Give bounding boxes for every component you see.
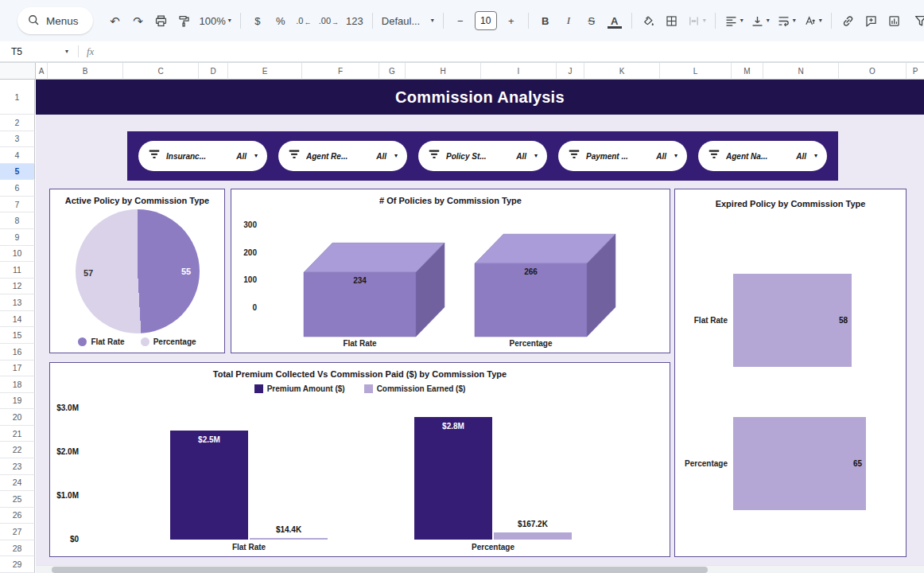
sheet-canvas[interactable]: Commission Analysis Insuranc... All ▾ Ag… bbox=[36, 80, 924, 573]
chart-title: Expired Policy by Commission Type bbox=[675, 199, 906, 209]
row-header-21[interactable]: 21 bbox=[0, 426, 35, 442]
column-header-E[interactable]: E bbox=[228, 63, 302, 80]
text-wrap-button[interactable]: ▾ bbox=[775, 10, 798, 31]
decrease-font-size-button[interactable]: − bbox=[450, 10, 471, 31]
italic-button[interactable]: I bbox=[558, 10, 579, 31]
row-header-8[interactable]: 8 bbox=[0, 212, 35, 229]
vertical-align-button[interactable]: ▾ bbox=[748, 10, 772, 31]
row-header-23[interactable]: 23 bbox=[0, 458, 35, 475]
menus-label: Menus bbox=[46, 15, 79, 27]
increase-decimal-button[interactable]: .00→ bbox=[316, 10, 341, 31]
insert-link-button[interactable] bbox=[838, 10, 859, 31]
row-header-26[interactable]: 26 bbox=[0, 508, 35, 524]
column-header-I[interactable]: I bbox=[481, 63, 557, 80]
filter-agent-region[interactable]: Agent Re... All ▾ bbox=[278, 141, 407, 171]
decrease-decimal-button[interactable]: .0← bbox=[293, 10, 314, 31]
column-header-H[interactable]: H bbox=[406, 63, 481, 80]
column-header-D[interactable]: D bbox=[199, 63, 228, 80]
name-box[interactable]: T5 ▾ bbox=[0, 46, 68, 57]
column-headers: ABCDEFGHIJKLMNOP bbox=[0, 62, 924, 80]
insert-comment-button[interactable] bbox=[861, 10, 882, 31]
filter-insurance[interactable]: Insuranc... All ▾ bbox=[138, 141, 267, 171]
zoom-select[interactable]: 100% ▾ bbox=[197, 10, 234, 31]
column-header-A[interactable]: A bbox=[36, 63, 48, 80]
column-header-J[interactable]: J bbox=[557, 63, 584, 80]
column-header-B[interactable]: B bbox=[48, 63, 123, 80]
borders-button[interactable] bbox=[662, 10, 682, 31]
menus-button[interactable]: Menus bbox=[17, 7, 93, 34]
row-header-9[interactable]: 9 bbox=[0, 229, 35, 246]
number-format-button[interactable]: 123 bbox=[344, 10, 366, 31]
text-color-button[interactable]: A bbox=[604, 10, 625, 31]
column-header-N[interactable]: N bbox=[763, 63, 839, 80]
row-header-12[interactable]: 12 bbox=[0, 279, 35, 295]
column-header-P[interactable]: P bbox=[907, 63, 924, 80]
cell-reference: T5 bbox=[11, 46, 22, 57]
create-filter-button[interactable] bbox=[910, 10, 924, 31]
legend-label: Premium Amount ($) bbox=[267, 384, 345, 393]
bold-button[interactable]: B bbox=[535, 10, 556, 31]
row-header-7[interactable]: 7 bbox=[0, 197, 35, 213]
increase-font-size-button[interactable]: + bbox=[501, 10, 522, 31]
select-all-corner[interactable] bbox=[0, 63, 36, 80]
font-family-value: Defaul... bbox=[382, 15, 420, 27]
row-header-11[interactable]: 11 bbox=[0, 262, 35, 279]
row-header-24[interactable]: 24 bbox=[0, 475, 35, 492]
row-header-13[interactable]: 13 bbox=[0, 294, 35, 311]
row-header-27[interactable]: 27 bbox=[0, 524, 35, 540]
row-header-28[interactable]: 28 bbox=[0, 540, 35, 557]
chart-policies-by-commission-type[interactable]: # Of Policies by Commission Type 3002001… bbox=[231, 189, 670, 353]
horizontal-scrollbar[interactable] bbox=[36, 565, 924, 573]
row-header-1[interactable]: 1 bbox=[0, 80, 35, 115]
row-header-5[interactable]: 5 bbox=[0, 164, 35, 181]
chart-expired-policy[interactable]: Expired Policy by Commission Type Flat R… bbox=[674, 189, 907, 557]
filter-agent-name[interactable]: Agent Na... All ▾ bbox=[698, 141, 827, 171]
strikethrough-button[interactable]: S bbox=[581, 10, 602, 31]
text-color-icon: A bbox=[611, 15, 618, 27]
column-header-F[interactable]: F bbox=[302, 63, 379, 80]
print-button[interactable] bbox=[151, 10, 172, 31]
paint-format-button[interactable] bbox=[174, 10, 195, 31]
row-header-15[interactable]: 15 bbox=[0, 327, 35, 344]
format-percent-button[interactable]: % bbox=[270, 10, 291, 31]
row-header-4[interactable]: 4 bbox=[0, 147, 35, 164]
format-currency-button[interactable]: $ bbox=[247, 10, 268, 31]
row-header-19[interactable]: 19 bbox=[0, 393, 35, 410]
horizontal-align-button[interactable]: ▾ bbox=[722, 10, 746, 31]
column-header-C[interactable]: C bbox=[123, 63, 199, 80]
row-header-3[interactable]: 3 bbox=[0, 131, 35, 148]
scrollbar-thumb[interactable] bbox=[52, 567, 708, 573]
legend-item: Flat Rate bbox=[78, 337, 124, 346]
row-header-14[interactable]: 14 bbox=[0, 311, 35, 328]
column-header-M[interactable]: M bbox=[732, 63, 763, 80]
row-header-10[interactable]: 10 bbox=[0, 246, 35, 263]
redo-button[interactable]: ↷ bbox=[128, 10, 149, 31]
filter-payment[interactable]: Payment ... All ▾ bbox=[558, 141, 687, 171]
filter-policy-status[interactable]: Policy St... All ▾ bbox=[418, 141, 547, 171]
column-header-O[interactable]: O bbox=[839, 63, 907, 80]
fill-color-button[interactable] bbox=[639, 10, 659, 31]
row-header-2[interactable]: 2 bbox=[0, 115, 35, 131]
fx-icon[interactable]: fx bbox=[87, 45, 94, 58]
undo-button[interactable]: ↶ bbox=[105, 10, 126, 31]
row-header-16[interactable]: 16 bbox=[0, 344, 35, 361]
font-size-input[interactable]: 10 bbox=[475, 11, 497, 30]
insert-chart-button[interactable] bbox=[884, 10, 905, 31]
column-header-L[interactable]: L bbox=[660, 63, 732, 80]
comment-icon bbox=[864, 14, 878, 28]
text-rotation-button[interactable]: ▾ bbox=[801, 10, 825, 31]
chart-active-policy-pie[interactable]: Active Policy by Commission Type Flat Ra… bbox=[49, 189, 225, 353]
row-header-17[interactable]: 17 bbox=[0, 361, 35, 377]
row-header-25[interactable]: 25 bbox=[0, 491, 35, 508]
merge-cells-button[interactable]: ▾ bbox=[685, 10, 709, 31]
row-header-18[interactable]: 18 bbox=[0, 376, 35, 393]
font-family-select[interactable]: Defaul... ▾ bbox=[379, 10, 437, 31]
column-header-K[interactable]: K bbox=[584, 63, 660, 80]
row-header-6[interactable]: 6 bbox=[0, 180, 35, 197]
legend-item: Percentage bbox=[141, 337, 196, 346]
column-header-G[interactable]: G bbox=[379, 63, 406, 80]
row-header-20[interactable]: 20 bbox=[0, 409, 35, 426]
row-header-29[interactable]: 29 bbox=[0, 556, 35, 573]
row-header-22[interactable]: 22 bbox=[0, 442, 35, 458]
chart-premium-vs-commission[interactable]: Total Premium Collected Vs Commission Pa… bbox=[49, 362, 670, 557]
